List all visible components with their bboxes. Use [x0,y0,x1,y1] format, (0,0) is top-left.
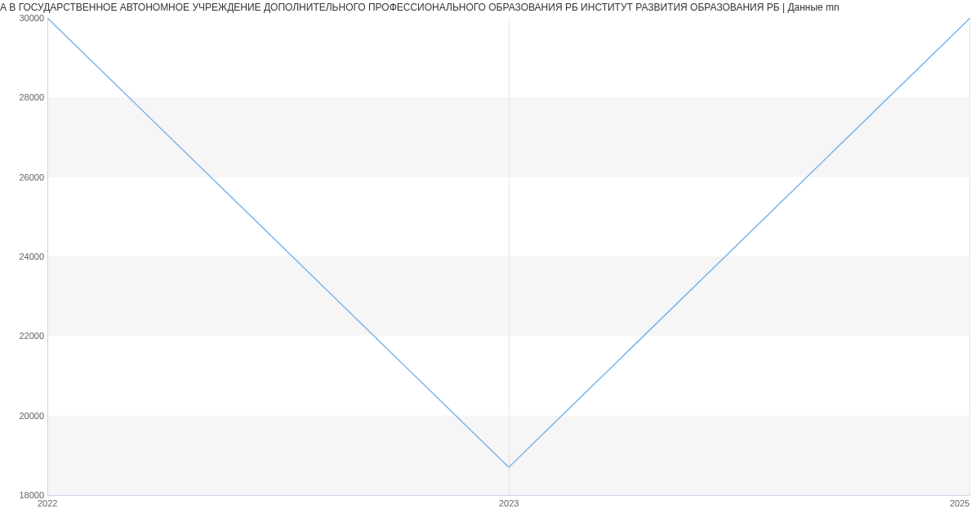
y-tick-label: 28000 [3,92,44,102]
y-tick-label: 22000 [3,331,44,341]
y-tick-label: 20000 [3,411,44,421]
y-tick-label: 24000 [3,252,44,261]
x-axis-line [47,495,970,496]
chart-container: А В ГОСУДАРСТВЕННОЕ АВТОНОМНОЕ УЧРЕЖДЕНИ… [0,0,980,531]
x-tick-label: 2022 [38,498,57,508]
y-tick-label: 26000 [3,172,44,182]
plot-area [47,18,970,495]
chart-title: А В ГОСУДАРСТВЕННОЕ АВТОНОМНОЕ УЧРЕЖДЕНИ… [0,2,980,13]
y-tick-label: 30000 [3,13,44,23]
x-tick-label: 2025 [950,498,969,508]
x-tick-label: 2023 [499,498,519,508]
line-series [47,18,970,495]
